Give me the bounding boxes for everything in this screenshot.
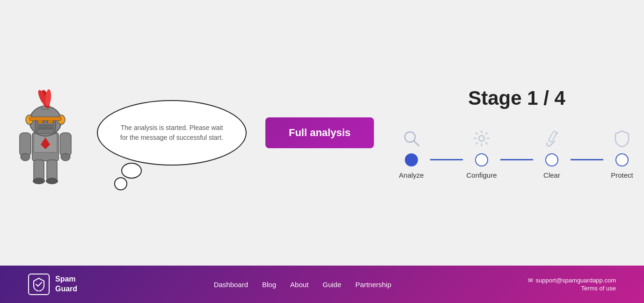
dot-4-col	[603, 153, 641, 166]
protect-icon-col	[603, 128, 641, 151]
left-section: The analysis is started. Please wait for…	[3, 81, 247, 184]
clear-icon-col	[533, 128, 571, 151]
configure-icon	[471, 128, 492, 151]
svg-point-10	[46, 178, 58, 184]
svg-point-5	[21, 153, 30, 161]
svg-point-9	[33, 178, 45, 184]
clear-icon	[542, 128, 562, 151]
footer-logo: Spam Guard	[28, 274, 77, 295]
main-content: The analysis is started. Please wait for…	[0, 0, 644, 266]
svg-rect-18	[37, 129, 54, 134]
svg-line-29	[414, 141, 419, 146]
analyze-icon	[401, 128, 422, 151]
step-dot-clear	[545, 153, 558, 166]
labels-row: Analyze Configure Clear Protect	[393, 171, 641, 179]
icons-row	[393, 128, 641, 151]
knight-character	[3, 81, 88, 184]
step-dot-configure	[475, 153, 488, 166]
right-section: Stage 1 / 4	[393, 87, 641, 179]
character-area: The analysis is started. Please wait for…	[3, 81, 247, 184]
footer-nav: Dashboard Blog About Guide Partnership	[214, 281, 391, 289]
footer-nav-guide[interactable]: Guide	[322, 281, 341, 289]
dot-2-col	[463, 153, 500, 166]
steps-container: Analyze Configure Clear Protect	[393, 128, 641, 179]
svg-rect-27	[48, 121, 53, 123]
label-configure: Configure	[463, 171, 500, 179]
line-2	[500, 159, 533, 160]
support-email[interactable]: support@spamguardapp.com	[536, 277, 616, 284]
line-1	[430, 159, 463, 160]
svg-rect-16	[37, 125, 54, 126]
footer-nav-dashboard[interactable]: Dashboard	[214, 281, 248, 289]
stage-title: Stage 1 / 4	[468, 87, 565, 109]
footer-logo-icon	[28, 274, 50, 295]
line-3	[571, 159, 603, 160]
footer: Spam Guard Dashboard Blog About Guide Pa…	[0, 266, 644, 303]
speech-text: The analysis is started. Please wait for…	[117, 123, 227, 143]
step-dot-analyze	[405, 153, 418, 166]
step-dot-protect	[615, 153, 629, 166]
dot-1-col	[393, 153, 430, 166]
email-icon: ✉	[528, 277, 533, 284]
footer-nav-partnership[interactable]: Partnership	[355, 281, 391, 289]
footer-logo-text: Spam Guard	[55, 274, 77, 294]
configure-icon-col	[463, 128, 500, 151]
svg-rect-4	[60, 133, 71, 156]
svg-rect-25	[29, 117, 61, 121]
center-section: Full analysis	[247, 117, 393, 148]
analyze-icon-col	[393, 128, 430, 151]
connector-row	[393, 153, 641, 166]
svg-point-6	[61, 153, 70, 161]
svg-rect-17	[37, 127, 54, 129]
protect-icon	[612, 128, 632, 151]
footer-contact: ✉ support@spamguardapp.com Terms of use	[528, 277, 616, 292]
footer-nav-about[interactable]: About	[290, 281, 308, 289]
dot-3-col	[533, 153, 571, 166]
svg-rect-26	[37, 121, 43, 123]
full-analysis-button[interactable]: Full analysis	[265, 117, 374, 148]
svg-point-30	[479, 136, 484, 141]
label-clear: Clear	[533, 171, 571, 179]
footer-nav-blog[interactable]: Blog	[262, 281, 276, 289]
svg-rect-31	[549, 130, 557, 142]
speech-bubble: The analysis is started. Please wait for…	[97, 100, 247, 166]
terms-link[interactable]: Terms of use	[528, 285, 616, 292]
label-analyze: Analyze	[393, 171, 430, 179]
svg-rect-3	[20, 133, 31, 156]
label-protect: Protect	[603, 171, 641, 179]
